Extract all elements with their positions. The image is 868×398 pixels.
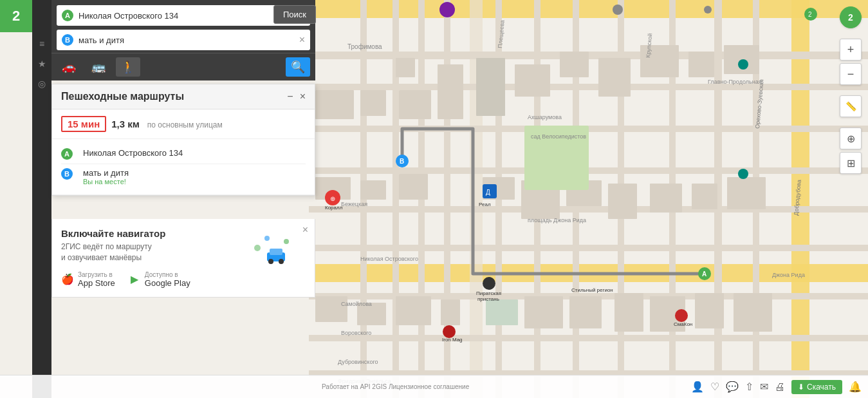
svg-rect-32 <box>560 52 589 77</box>
route-panel: Пешеходные маршруты − × 15 мин 1,3 км по… <box>51 84 315 196</box>
route-point-b-label: мать и дитя <box>83 168 129 178</box>
sidebar: ≡ ★ ◎ <box>32 0 51 398</box>
svg-point-99 <box>738 169 748 179</box>
svg-rect-25 <box>315 90 354 119</box>
download-label: Скачать <box>807 383 836 392</box>
svg-rect-50 <box>441 299 460 325</box>
svg-rect-54 <box>614 293 643 332</box>
svg-rect-51 <box>486 299 518 325</box>
zoom-in-button[interactable]: + <box>840 39 862 61</box>
sidebar-icon-1[interactable]: ≡ <box>39 39 44 49</box>
app-store-link[interactable]: 🍎 Загрузить в App Store <box>61 271 115 288</box>
svg-rect-53 <box>569 296 602 328</box>
favorites-button[interactable]: ♡ <box>710 381 719 393</box>
svg-text:Д: Д <box>486 189 490 196</box>
svg-rect-43 <box>608 184 637 219</box>
search-button[interactable]: Поиск <box>273 5 316 24</box>
apple-icon: 🍎 <box>61 273 74 286</box>
attribution-text: Работает на API 2GIS Лицензионное соглаш… <box>322 383 469 390</box>
svg-rect-26 <box>360 90 386 116</box>
google-play-link[interactable]: ▶ Доступно в Google Play <box>128 271 190 288</box>
route-close-button[interactable]: × <box>300 91 306 102</box>
svg-rect-31 <box>515 64 550 97</box>
svg-rect-29 <box>438 64 463 119</box>
logo-text: 2 <box>12 8 20 24</box>
svg-text:Воровского: Воровского <box>341 330 371 336</box>
transport-car-button[interactable]: 🚗 <box>57 57 81 77</box>
transport-bus-button[interactable]: 🚌 <box>86 57 111 77</box>
svg-text:площадь Джона Рида: площадь Джона Рида <box>528 217 586 223</box>
svg-rect-33 <box>598 58 631 97</box>
svg-point-93 <box>439 2 455 17</box>
svg-text:Бежецкая: Бежецкая <box>341 201 367 207</box>
zoom-out-button[interactable]: − <box>840 63 862 85</box>
route-panel-header: Пешеходные маршруты − × <box>52 84 315 109</box>
sidebar-icon-2[interactable]: ★ <box>38 59 46 69</box>
svg-rect-56 <box>695 293 724 328</box>
route-minimize-button[interactable]: − <box>287 91 293 102</box>
location-button[interactable]: ⊕ <box>840 128 862 149</box>
svg-text:СмаКон: СмаКон <box>674 321 692 327</box>
download-icon: ⬇ <box>798 383 804 392</box>
svg-text:⊕: ⊕ <box>330 195 335 202</box>
route-point-b-marker: B <box>61 168 73 180</box>
layers-button[interactable]: ⊞ <box>840 152 862 174</box>
svg-rect-105 <box>270 249 282 255</box>
svg-text:Николая Островского: Николая Островского <box>360 256 418 262</box>
svg-point-90 <box>675 309 688 322</box>
svg-point-88 <box>443 325 456 338</box>
svg-point-98 <box>738 59 748 70</box>
svg-rect-30 <box>476 58 505 116</box>
svg-rect-45 <box>692 184 717 209</box>
svg-rect-27 <box>396 58 415 77</box>
point-marker-a: A <box>62 10 73 21</box>
route-panel-controls: − × <box>287 91 306 102</box>
route-description: по основным улицам <box>147 120 223 129</box>
share-button[interactable]: ⇧ <box>745 381 753 393</box>
svg-text:Коралл: Коралл <box>325 205 343 211</box>
search-input-b[interactable] <box>78 35 297 45</box>
svg-rect-49 <box>396 296 431 325</box>
svg-text:Джона Рида: Джона Рида <box>772 272 805 278</box>
svg-rect-52 <box>524 296 563 328</box>
app-store-prefix: Загрузить в <box>78 271 115 278</box>
promo-animation <box>248 225 306 270</box>
svg-point-85 <box>483 277 495 290</box>
logo[interactable]: 2 <box>0 0 32 32</box>
svg-text:Пиратская: Пиратская <box>476 290 501 296</box>
svg-text:пристань: пристань <box>477 296 499 302</box>
point-marker-b: B <box>62 34 73 46</box>
svg-text:Самойлова: Самойлова <box>341 301 372 307</box>
notification-button[interactable]: 🔔 <box>849 381 862 393</box>
route-time-badge: 15 мин <box>61 116 106 132</box>
download-button[interactable]: ⬇ Скачать <box>791 380 842 394</box>
mail-button[interactable]: ✉ <box>760 381 768 393</box>
chat-button[interactable]: 💬 <box>726 381 739 393</box>
route-points-list: A Николая Островского 134 B мать и дитя … <box>52 139 315 195</box>
svg-text:A: A <box>702 270 706 278</box>
bottom-bar-actions: 👤 ♡ 💬 ⇧ ✉ 🖨 ⬇ Скачать 🔔 <box>691 380 862 394</box>
route-distance: 1,3 км <box>111 118 140 129</box>
search-input-a[interactable] <box>78 11 297 21</box>
sidebar-icon-3[interactable]: ◎ <box>38 79 46 89</box>
bottom-bar: Работает на API 2GIS Лицензионное соглаш… <box>0 375 868 398</box>
svg-rect-46 <box>727 177 766 209</box>
transport-mode-bar: 🚗 🚌 🚶 🔍 <box>51 53 315 81</box>
badge-count-button[interactable]: 2 <box>840 6 862 28</box>
google-play-name: Google Play <box>145 278 190 288</box>
ruler-button[interactable]: 📏 <box>840 95 862 117</box>
transport-walk-button[interactable]: 🚶 <box>116 57 140 77</box>
route-point-a-label: Николая Островского 134 <box>83 148 183 158</box>
route-summary: 15 мин 1,3 км по основным улицам <box>52 109 315 139</box>
print-button[interactable]: 🖨 <box>775 381 785 393</box>
svg-text:2: 2 <box>808 11 812 18</box>
clear-b-button[interactable]: × <box>299 34 305 46</box>
svg-rect-28 <box>399 90 431 119</box>
svg-text:Реал: Реал <box>479 202 491 207</box>
profile-button[interactable]: 👤 <box>691 381 704 393</box>
go-search-button[interactable]: 🔍 <box>286 57 310 77</box>
attribution-label: Работает на API 2GIS Лицензионное соглаш… <box>322 383 469 390</box>
google-play-prefix: Доступно в <box>145 271 190 278</box>
svg-text:Стильный регион: Стильный регион <box>571 287 613 293</box>
svg-text:Дубровинского: Дубровинского <box>338 359 378 365</box>
